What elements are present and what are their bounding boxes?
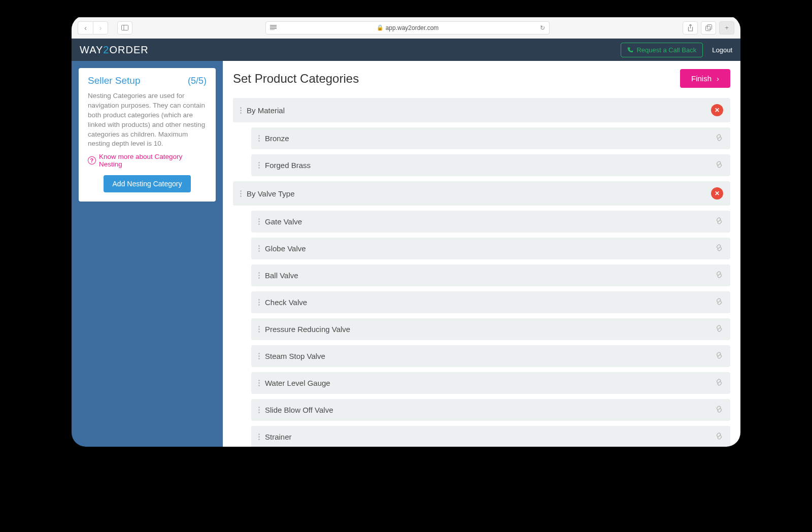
link-icon[interactable]	[715, 134, 723, 143]
category-label: Slide Blow Off Valve	[265, 406, 710, 414]
svg-rect-6	[705, 26, 710, 31]
main-head: Set Product Categories Finish ›	[233, 69, 730, 88]
drag-handle-icon[interactable]	[258, 218, 260, 225]
category-row[interactable]: Forged Brass	[251, 154, 730, 176]
setup-description: Nesting Categories are used for navigati…	[88, 91, 207, 149]
browser-chrome: ‹ › 🔒 app.way2order.com ↻ +	[72, 17, 740, 39]
link-icon[interactable]	[715, 351, 723, 361]
link-icon[interactable]	[715, 378, 723, 388]
category-list: By Material✕BronzeForged BrassBy Valve T…	[233, 98, 730, 447]
phone-icon	[627, 47, 633, 53]
setup-step: (5/5)	[188, 76, 207, 86]
category-row[interactable]: Globe Valve	[251, 238, 730, 259]
category-row[interactable]: By Valve Type✕	[233, 181, 730, 206]
chrome-right-buttons: +	[683, 21, 734, 35]
refresh-icon[interactable]: ↻	[540, 24, 545, 31]
category-row[interactable]: Steam Stop Valve	[251, 345, 730, 367]
close-icon: ✕	[715, 107, 720, 114]
main-panel: Set Product Categories Finish › By Mater…	[223, 61, 740, 447]
category-row[interactable]: By Material✕	[233, 98, 730, 122]
logo-suffix: ORDER	[109, 44, 148, 55]
category-row[interactable]: Gate Valve	[251, 211, 730, 232]
request-callback-button[interactable]: Request a Call Back	[621, 43, 703, 57]
category-label: Forged Brass	[265, 161, 710, 170]
category-label: Water Level Gauge	[265, 379, 710, 387]
lock-icon: 🔒	[377, 24, 384, 31]
link-icon[interactable]	[715, 271, 723, 280]
share-icon	[688, 24, 693, 31]
drag-handle-icon[interactable]	[258, 272, 260, 279]
category-label: By Material	[247, 106, 706, 115]
link-icon[interactable]	[715, 160, 723, 170]
category-label: Steam Stop Valve	[265, 352, 710, 360]
header-right: Request a Call Back Logout	[621, 43, 732, 57]
category-row[interactable]: Strainer	[251, 426, 730, 447]
left-panel: Seller Setup (5/5) Nesting Categories ar…	[72, 61, 223, 447]
reader-icon[interactable]	[270, 24, 277, 31]
link-icon[interactable]	[715, 432, 723, 442]
drag-handle-icon[interactable]	[258, 162, 260, 169]
link-icon[interactable]	[715, 217, 723, 226]
category-row[interactable]: Ball Valve	[251, 264, 730, 286]
callback-label: Request a Call Back	[636, 46, 696, 54]
category-label: Strainer	[265, 433, 710, 441]
drag-handle-icon[interactable]	[258, 299, 260, 306]
drag-handle-icon[interactable]	[240, 190, 242, 197]
category-label: Check Valve	[265, 298, 710, 307]
drag-handle-icon[interactable]	[258, 326, 260, 332]
address-bar-container: 🔒 app.way2order.com ↻	[140, 21, 675, 35]
link-icon[interactable]	[715, 324, 723, 334]
delete-button[interactable]: ✕	[711, 104, 723, 116]
category-label: Pressure Reducing Valve	[265, 325, 710, 334]
back-button[interactable]: ‹	[78, 21, 93, 35]
app-header: WAY2ORDER Request a Call Back Logout	[72, 39, 740, 61]
forward-button[interactable]: ›	[93, 21, 108, 35]
address-bar[interactable]: 🔒 app.way2order.com ↻	[265, 21, 550, 35]
chevron-right-icon: ›	[717, 74, 719, 83]
know-more-label: Know more about Category Nesting	[99, 153, 207, 168]
url-text: app.way2order.com	[386, 24, 439, 31]
drag-handle-icon[interactable]	[258, 380, 260, 386]
finish-button[interactable]: Finish ›	[680, 69, 730, 88]
close-icon: ✕	[715, 190, 720, 197]
device-frame: ‹ › 🔒 app.way2order.com ↻ +	[72, 15, 740, 447]
add-nesting-button[interactable]: Add Nesting Category	[104, 175, 191, 192]
panel-icon	[121, 25, 128, 30]
drag-handle-icon[interactable]	[258, 135, 260, 142]
app-content: WAY2ORDER Request a Call Back Logout Sel…	[72, 39, 740, 447]
category-label: Gate Valve	[265, 217, 710, 226]
logout-link[interactable]: Logout	[712, 46, 732, 54]
category-row[interactable]: Pressure Reducing Valve	[251, 318, 730, 340]
know-more-link[interactable]: ? Know more about Category Nesting	[88, 153, 207, 168]
svg-rect-7	[707, 25, 712, 29]
drag-handle-icon[interactable]	[258, 407, 260, 413]
delete-button[interactable]: ✕	[711, 187, 723, 200]
setup-title: Seller Setup	[88, 75, 141, 86]
logo-two: 2	[103, 44, 109, 55]
link-icon[interactable]	[715, 405, 723, 415]
drag-handle-icon[interactable]	[258, 353, 260, 359]
drag-handle-icon[interactable]	[258, 245, 260, 252]
link-icon[interactable]	[715, 297, 723, 307]
tabs-button[interactable]	[701, 21, 716, 35]
link-icon[interactable]	[715, 244, 723, 253]
sidebar-toggle-button[interactable]	[117, 21, 132, 35]
category-row[interactable]: Slide Blow Off Valve	[251, 399, 730, 421]
setup-card: Seller Setup (5/5) Nesting Categories ar…	[79, 68, 216, 202]
new-tab-button[interactable]: +	[719, 21, 734, 35]
question-icon: ?	[88, 156, 96, 164]
finish-label: Finish	[691, 74, 712, 83]
page-title: Set Product Categories	[233, 72, 359, 86]
share-button[interactable]	[683, 21, 698, 35]
drag-handle-icon[interactable]	[240, 107, 242, 114]
logo[interactable]: WAY2ORDER	[80, 44, 149, 56]
category-row[interactable]: Bronze	[251, 127, 730, 149]
category-row[interactable]: Water Level Gauge	[251, 372, 730, 394]
tabs-icon	[705, 24, 712, 31]
category-label: Globe Valve	[265, 244, 710, 253]
nav-buttons: ‹ ›	[78, 21, 108, 35]
category-label: By Valve Type	[247, 189, 706, 198]
drag-handle-icon[interactable]	[258, 434, 260, 440]
category-label: Ball Valve	[265, 271, 710, 280]
category-row[interactable]: Check Valve	[251, 291, 730, 313]
